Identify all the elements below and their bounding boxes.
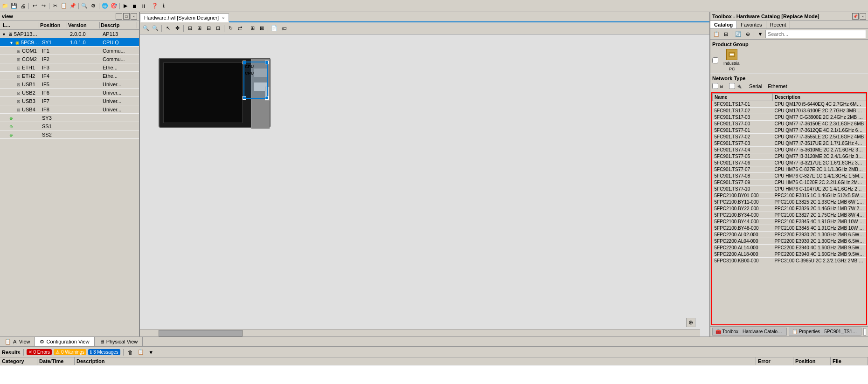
tree-col-position[interactable]: Position	[39, 22, 67, 28]
bottom-tab-physview[interactable]: 🖥 Physical View	[95, 337, 143, 346]
catalog-row-2[interactable]: 5FC901.TS17-03CPU QM77 C-G3900E 2C 2.4GH…	[713, 114, 866, 121]
toolbox-search-input[interactable]	[765, 30, 866, 38]
toolbox-add-icon[interactable]: ⊕	[743, 30, 752, 38]
catalog-row-14[interactable]: 5FPC2100.BY01-000PPC2100 E3815 1C 1.46GH…	[713, 192, 866, 199]
tree-col-version[interactable]: Version	[67, 22, 100, 28]
catalog-row-13[interactable]: 5FC901.TS77-10CPU HM76 C-1047UE 2C 1.4/1…	[713, 186, 866, 192]
tree-item-com1[interactable]: ⊞ COM1 IF1 Commu...	[0, 47, 139, 55]
expand-arrow[interactable]: ▼	[2, 32, 7, 37]
toolbox-close[interactable]: ×	[860, 13, 866, 20]
catalog-row-10[interactable]: 5FC901.TS77-07CPU HM76 C-827E 2C 1.1/1.3…	[713, 166, 866, 173]
catalog-col-desc[interactable]: Description	[772, 94, 866, 101]
move-icon[interactable]: ✥	[173, 24, 181, 33]
settings-icon[interactable]: ⚙	[89, 2, 97, 10]
results-copy-icon[interactable]: 📋	[137, 348, 145, 357]
snap-icon[interactable]: ⊠	[257, 24, 266, 33]
handle-br[interactable]	[265, 96, 269, 100]
paste-icon[interactable]: 📌	[69, 2, 77, 10]
catalog-row-15[interactable]: 5FPC2100.BY11-000PPC2100 E3825 2C 1.33GH…	[713, 199, 866, 206]
warnings-badge[interactable]: ⚠ 0 Warnings	[54, 349, 86, 355]
redo-icon[interactable]: ↪	[39, 2, 48, 10]
tree-item-root[interactable]: ▼ 🖥 5AP1130.156C-000 2.0.0.0 AP113	[0, 30, 139, 38]
zoom-out-toolbar[interactable]: 🔍	[151, 24, 160, 33]
center-tab-main[interactable]: Hardware.hwl [System Designer] ×	[140, 14, 229, 22]
toolbox-refresh-icon[interactable]: 🔄	[734, 30, 743, 38]
print-icon[interactable]: 🖨	[19, 2, 27, 10]
toolbox-bottom-tab-2[interactable]: 📋 Properties - 5PC901_TS17...	[789, 328, 861, 336]
handle-bl[interactable]	[243, 96, 246, 100]
zoom-fit-btn[interactable]: ⊕	[686, 318, 695, 327]
tree-col-desc[interactable]: Descrip	[100, 22, 137, 28]
toolbox-tab-catalog[interactable]: Catalog	[710, 21, 737, 28]
network-cb-serial-container[interactable]: ⊟	[712, 83, 723, 89]
catalog-row-18[interactable]: 5FPC2100.BY44-000PPC2100 E3845 4C 1.91GH…	[713, 219, 866, 225]
toolbox-filter-icon[interactable]: ▼	[756, 30, 764, 38]
results-col-description[interactable]: Description	[75, 357, 756, 365]
catalog-row-7[interactable]: 5FC901.TS77-04CPU QM77 i5-3610ME 2C 2.7/…	[713, 147, 866, 153]
network-icon[interactable]: 🌐	[101, 2, 109, 10]
toolbox-bottom-tab-1[interactable]: 🧰 Toolbox - Hardware Catalog [Replace Mo…	[712, 328, 787, 336]
left-panel-min[interactable]: —	[116, 13, 122, 20]
results-col-position[interactable]: Position	[793, 357, 831, 365]
toolbox-bottom-search-input[interactable]	[863, 328, 866, 336]
align-top-icon[interactable]: ⊟	[204, 24, 213, 33]
catalog-row-17[interactable]: 5FPC2100.BY34-000PPC2100 E3827 2C 1.75GH…	[713, 212, 866, 219]
tree-item-ss2[interactable]: ⊕ SS2	[0, 130, 139, 139]
tag-icon[interactable]: 🏷	[279, 24, 288, 33]
tree-item-com2[interactable]: ⊞ COM2 IF2 Commu...	[0, 55, 139, 63]
catalog-row-20[interactable]: 5FPC2200.AL02-000PPC2200 E3930 2C 1.30GH…	[713, 232, 866, 238]
stop-icon[interactable]: ⏹	[130, 2, 139, 10]
cut-icon[interactable]: ✂	[51, 2, 59, 10]
toolbox-tab-favorites[interactable]: Favorites	[737, 21, 766, 28]
catalog-row-6[interactable]: 5FC901.TS77-03CPU QM77 i7-3517UE 2C 1.7/…	[713, 140, 866, 147]
results-filter-icon[interactable]: ▼	[147, 348, 155, 357]
tree-item-ss1[interactable]: ⊕ SS1	[0, 122, 139, 130]
network-cb-ethernet[interactable]	[729, 83, 735, 89]
toolbox-group-icon[interactable]: ⊞	[722, 30, 730, 38]
left-panel-close[interactable]: ×	[131, 13, 137, 20]
product-cb-1[interactable]	[712, 57, 718, 63]
target-icon[interactable]: 🎯	[110, 2, 118, 10]
tree-view[interactable]: ▼ 🖥 5AP1130.156C-000 2.0.0.0 AP113 ▼ ◉ 5…	[0, 30, 139, 336]
pause-icon[interactable]: ⏸	[139, 2, 147, 10]
tree-item-eth1[interactable]: ⊡ ETH1 IF3 Ethe...	[0, 63, 139, 72]
toolbox-view-icon[interactable]: 📋	[712, 30, 721, 38]
info-icon[interactable]: ℹ	[160, 2, 168, 10]
catalog-row-8[interactable]: 5FC901.TS77-05CPU QM77 i3-3120ME 2C 2.4/…	[713, 153, 866, 160]
product-checkbox-empty[interactable]	[712, 57, 720, 63]
save-icon[interactable]: 💾	[10, 2, 18, 10]
handle-tl[interactable]	[243, 61, 246, 64]
catalog-row-12[interactable]: 5FC901.TS77-09CPU HM76 C-1020E 2C 2.2/1.…	[713, 179, 866, 186]
tree-item-usb2[interactable]: ⊠ USB2 IF6 Univer...	[0, 89, 139, 97]
help-icon[interactable]: ❓	[151, 2, 159, 10]
left-panel-restore[interactable]: □	[123, 13, 130, 20]
select-icon[interactable]: ↖	[164, 24, 172, 33]
grid-icon[interactable]: ⊞	[248, 24, 257, 33]
results-col-error[interactable]: Error	[756, 357, 793, 365]
scrollbar-h[interactable]	[140, 329, 700, 336]
file-icon[interactable]: 📁	[1, 2, 9, 10]
results-col-datetime[interactable]: Date/Time	[37, 357, 75, 365]
align-left-icon[interactable]: ⊟	[186, 24, 194, 33]
catalog-row-1[interactable]: 5FC901.TS17-02CPU QM170 i3-6100E 2C 2.7G…	[713, 108, 866, 114]
cpu-expand[interactable]: ▼	[9, 41, 14, 45]
handle-tr[interactable]	[265, 61, 269, 64]
results-clear-icon[interactable]: 🗑	[126, 348, 135, 357]
network-cb-eth-container[interactable]: 🔌	[729, 83, 742, 89]
results-content[interactable]: Category Date/Time Description Error Pos…	[0, 357, 868, 384]
search-icon[interactable]: 🔍	[80, 2, 89, 10]
product-icon-industrial[interactable]: Industrial PC	[723, 49, 741, 71]
properties-icon[interactable]: 📄	[270, 24, 278, 33]
undo-icon[interactable]: ↩	[30, 2, 39, 10]
results-col-file[interactable]: File	[831, 357, 868, 365]
tree-item-sy3[interactable]: ⊕ SY3	[0, 114, 139, 122]
catalog-row-22[interactable]: 5FPC2200.AL14-000PPC2200 E3940 4C 1.60GH…	[713, 245, 866, 251]
catalog-row-5[interactable]: 5FC901.TS77-02CPU QM77 i7-3555LE 2C 2.5/…	[713, 134, 866, 140]
bottom-tab-alview[interactable]: 📋 Al View	[0, 337, 35, 346]
catalog-row-19[interactable]: 5FPC2100.BY48-000PPC2100 E3845 4C 1.91GH…	[713, 225, 866, 232]
zoom-in-toolbar[interactable]: 🔍	[142, 24, 150, 33]
scrollbar-thumb-h[interactable]	[159, 330, 243, 336]
catalog-row-3[interactable]: 5FC901.TS77-00CPU QM77 i7-36150E 4C 2.3/…	[713, 121, 866, 127]
toolbox-pin[interactable]: 📌	[852, 13, 859, 20]
errors-badge[interactable]: ✕ 0 Errors	[27, 349, 52, 355]
